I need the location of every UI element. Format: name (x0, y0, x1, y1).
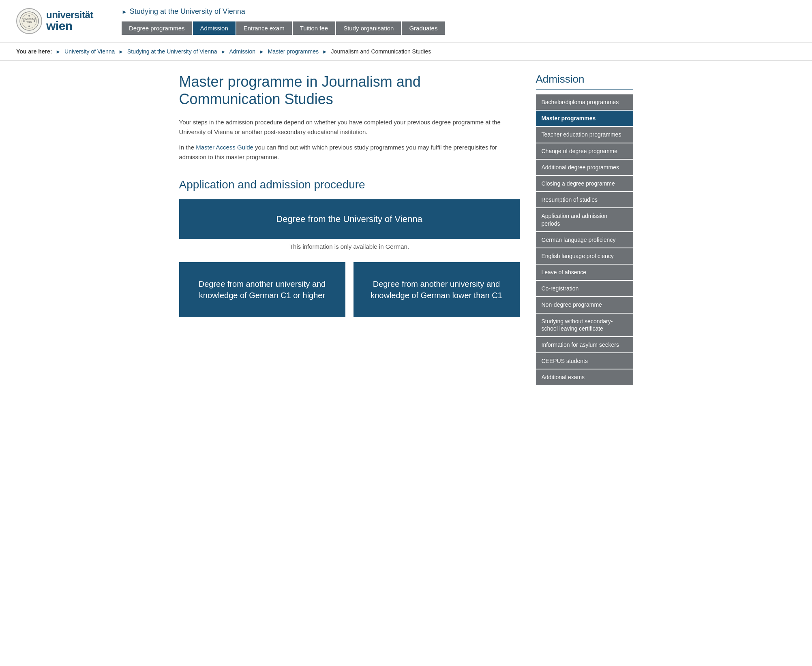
card-german-only-note: This information is only available in Ge… (179, 243, 520, 250)
sidebar-item-resumption-studies[interactable]: Resumption of studies (536, 192, 633, 207)
sidebar-item-closing-degree[interactable]: Closing a degree programme (536, 176, 633, 191)
nav-degree-programmes[interactable]: Degree programmes (122, 21, 192, 35)
sidebar-item-additional-exams[interactable]: Additional exams (536, 369, 633, 385)
nav-tuition-fee[interactable]: Tuition fee (293, 21, 336, 35)
logo-universitat: universität (46, 10, 93, 20)
site-header: UNIVERSITÄT WIEN universität wien ► Stud… (0, 0, 812, 43)
content-area: Master programme in Journalism and Commu… (179, 73, 520, 386)
nav-entrance-exam[interactable]: Entrance exam (236, 21, 292, 35)
bc-sep-0: ► (56, 49, 61, 55)
sidebar-item-additional-degree[interactable]: Additional degree programmes (536, 160, 633, 175)
intro-paragraph-2: In the Master Access Guide you can find … (179, 143, 520, 162)
sidebar-item-change-degree[interactable]: Change of degree programme (536, 143, 633, 159)
sidebar-item-german-proficiency[interactable]: German language proficiency (536, 232, 633, 248)
degree-another-uni-c1-higher-card[interactable]: Degree from another university and knowl… (179, 262, 345, 317)
logo-wien: wien (46, 20, 93, 32)
main-layout: Master programme in Journalism and Commu… (163, 61, 649, 398)
master-access-guide-link[interactable]: Master Access Guide (196, 144, 253, 151)
degree-another-uni-lower-c1-card[interactable]: Degree from another university and knowl… (354, 262, 520, 317)
sidebar: Admission Bachelor/diploma programmes Ma… (536, 73, 633, 386)
university-seal: UNIVERSITÄT WIEN (16, 8, 42, 34)
sidebar-item-ceepus[interactable]: CEEPUS students (536, 353, 633, 369)
sidebar-item-master-programmes[interactable]: Master programmes (536, 111, 633, 126)
bc-sep-2: ► (221, 49, 226, 55)
breadcrumb-label: You are here: (16, 48, 52, 55)
svg-point-7 (34, 20, 35, 22)
sidebar-item-non-degree[interactable]: Non-degree programme (536, 297, 633, 312)
breadcrumb: You are here: ► University of Vienna ► S… (0, 43, 812, 61)
main-nav: Degree programmes Admission Entrance exa… (122, 21, 445, 35)
sidebar-item-english-proficiency[interactable]: English language proficiency (536, 248, 633, 264)
header-tagline: ► Studying at the University of Vienna (122, 7, 245, 16)
bc-current-page: Journalism and Communication Studies (331, 48, 431, 55)
intro-paragraph-1: Your steps in the admission procedure de… (179, 117, 520, 137)
degree-university-vienna-card[interactable]: Degree from the University of Vienna (179, 199, 520, 239)
svg-point-4 (28, 15, 30, 17)
sidebar-item-leave-of-absence[interactable]: Leave of absence (536, 265, 633, 280)
tagline-text: Studying at the University of Vienna (130, 7, 245, 16)
sidebar-title: Admission (536, 73, 633, 90)
blue-cards-row: Degree from another university and knowl… (179, 262, 520, 317)
tagline-arrow-icon: ► (122, 9, 127, 15)
svg-point-6 (23, 20, 25, 22)
svg-point-5 (28, 26, 30, 27)
header-right: ► Studying at the University of Vienna D… (97, 7, 796, 35)
bc-admission[interactable]: Admission (229, 48, 255, 55)
bc-university-of-vienna[interactable]: University of Vienna (64, 48, 115, 55)
intro2-before: In the (179, 144, 196, 151)
page-title: Master programme in Journalism and Commu… (179, 73, 520, 108)
svg-text:UNIVERSITÄT: UNIVERSITÄT (22, 18, 36, 20)
nav-graduates[interactable]: Graduates (402, 21, 445, 35)
section-title-admission: Application and admission procedure (179, 178, 520, 191)
nav-study-organisation[interactable]: Study organisation (336, 21, 401, 35)
sidebar-item-teacher-education[interactable]: Teacher education programmes (536, 127, 633, 142)
sidebar-item-bachelor-diploma[interactable]: Bachelor/diploma programmes (536, 94, 633, 110)
bc-sep-4: ► (322, 49, 328, 55)
logo-area: UNIVERSITÄT WIEN universität wien (16, 8, 97, 34)
sidebar-item-studying-without-cert[interactable]: Studying without secondary-school leavin… (536, 314, 633, 336)
nav-admission[interactable]: Admission (193, 21, 236, 35)
sidebar-item-co-registration[interactable]: Co-registration (536, 281, 633, 296)
bc-sep-3: ► (259, 49, 264, 55)
sidebar-item-application-periods[interactable]: Application and admission periods (536, 208, 633, 231)
bc-sep-1: ► (118, 49, 124, 55)
bc-studying[interactable]: Studying at the University of Vienna (127, 48, 217, 55)
svg-text:WIEN: WIEN (26, 21, 32, 23)
sidebar-item-asylum-seekers[interactable]: Information for asylum seekers (536, 337, 633, 352)
logo-text: universität wien (46, 10, 93, 32)
bc-master-programmes[interactable]: Master programmes (268, 48, 319, 55)
